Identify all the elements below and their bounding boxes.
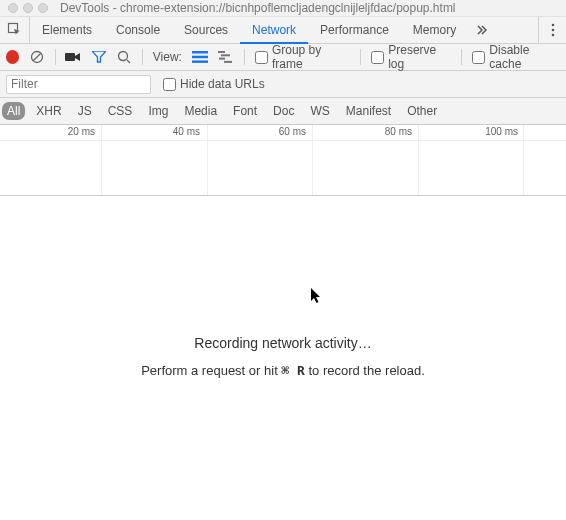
hide-data-urls-checkbox[interactable]: Hide data URLs <box>163 77 265 91</box>
type-filter-row: All XHR JS CSS Img Media Font Doc WS Man… <box>0 98 566 125</box>
waterfall-icon <box>218 51 234 63</box>
clear-icon <box>30 50 44 64</box>
kebab-icon <box>551 23 555 37</box>
timeline-overview[interactable]: 20 ms 40 ms 60 ms 80 ms 100 ms <box>0 125 566 196</box>
traffic-lights <box>0 3 48 13</box>
svg-rect-15 <box>224 61 232 63</box>
gridline <box>418 125 419 195</box>
tab-console[interactable]: Console <box>104 17 172 44</box>
svg-point-1 <box>551 24 554 27</box>
svg-rect-9 <box>192 51 208 54</box>
svg-point-7 <box>119 52 128 61</box>
tab-network[interactable]: Network <box>240 17 308 44</box>
network-toolbar: View: Group by frame Preserve log Disabl… <box>0 44 566 71</box>
tick-80: 80 ms <box>385 126 412 137</box>
svg-point-2 <box>551 29 554 32</box>
preserve-log-checkbox[interactable]: Preserve log <box>371 43 451 71</box>
svg-rect-14 <box>219 58 225 60</box>
disable-cache-checkbox[interactable]: Disable cache <box>472 43 560 71</box>
search-button[interactable] <box>117 49 132 65</box>
chevron-double-right-icon <box>476 24 488 36</box>
divider <box>461 49 462 65</box>
svg-rect-11 <box>192 60 208 63</box>
divider <box>244 49 245 65</box>
divider <box>360 49 361 65</box>
tick-20: 20 ms <box>68 126 95 137</box>
gridline <box>523 125 524 195</box>
inspect-element-button[interactable] <box>0 17 30 44</box>
screenshot-button[interactable] <box>65 49 81 65</box>
filter-bar: Hide data URLs <box>0 71 566 98</box>
more-tabs-button[interactable] <box>468 17 496 44</box>
record-button[interactable] <box>6 50 19 64</box>
type-doc[interactable]: Doc <box>268 102 299 120</box>
hotkey: ⌘ R <box>281 363 304 378</box>
type-xhr[interactable]: XHR <box>31 102 66 120</box>
zoom-dot[interactable] <box>38 3 48 13</box>
type-js[interactable]: JS <box>73 102 97 120</box>
disable-cache-label: Disable cache <box>489 43 560 71</box>
gridline <box>312 125 313 195</box>
group-by-frame-checkbox[interactable]: Group by frame <box>255 43 350 71</box>
search-icon <box>117 50 131 64</box>
tick-40: 40 ms <box>173 126 200 137</box>
svg-rect-6 <box>65 53 75 61</box>
hide-data-urls-label: Hide data URLs <box>180 77 265 91</box>
close-dot[interactable] <box>8 3 18 13</box>
empty-prefix: Perform a request or hit <box>141 363 281 378</box>
type-other[interactable]: Other <box>402 102 442 120</box>
svg-rect-12 <box>218 51 225 53</box>
svg-point-3 <box>551 34 554 37</box>
tab-sources[interactable]: Sources <box>172 17 240 44</box>
type-manifest[interactable]: Manifest <box>341 102 396 120</box>
overview-toggle-button[interactable] <box>218 49 234 65</box>
panel-tabs: Elements Console Sources Network Perform… <box>0 17 566 44</box>
large-rows-button[interactable] <box>192 49 208 65</box>
svg-line-5 <box>33 53 41 61</box>
type-all[interactable]: All <box>2 102 25 120</box>
camera-icon <box>65 51 81 63</box>
tab-performance[interactable]: Performance <box>308 17 401 44</box>
type-css[interactable]: CSS <box>103 102 138 120</box>
svg-rect-10 <box>192 56 208 59</box>
request-list-empty: Recording network activity… Perform a re… <box>0 196 566 516</box>
timeline-ruler: 20 ms 40 ms 60 ms 80 ms 100 ms <box>0 125 566 141</box>
window-titlebar: DevTools - chrome-extension://bicnhpofle… <box>0 0 566 17</box>
empty-state-title: Recording network activity… <box>194 335 371 351</box>
minimize-dot[interactable] <box>23 3 33 13</box>
tab-memory[interactable]: Memory <box>401 17 468 44</box>
mouse-cursor-icon <box>311 288 323 304</box>
window-title: DevTools - chrome-extension://bicnhpofle… <box>60 1 456 15</box>
gridline <box>207 125 208 195</box>
type-ws[interactable]: WS <box>305 102 334 120</box>
filter-icon <box>92 51 106 63</box>
group-by-frame-label: Group by frame <box>272 43 350 71</box>
preserve-log-label: Preserve log <box>388 43 451 71</box>
svg-rect-13 <box>221 54 230 56</box>
filter-toggle-button[interactable] <box>91 49 106 65</box>
tick-100: 100 ms <box>485 126 518 137</box>
type-img[interactable]: Img <box>143 102 173 120</box>
tick-60: 60 ms <box>279 126 306 137</box>
view-label: View: <box>153 50 182 64</box>
svg-line-8 <box>127 60 130 63</box>
devtools-menu-button[interactable] <box>538 17 566 44</box>
type-font[interactable]: Font <box>228 102 262 120</box>
inspect-icon <box>7 22 23 38</box>
gridline <box>101 125 102 195</box>
filter-input[interactable] <box>6 75 151 94</box>
list-icon <box>192 51 208 63</box>
tab-elements[interactable]: Elements <box>30 17 104 44</box>
clear-button[interactable] <box>29 49 44 65</box>
empty-state-subtitle: Perform a request or hit ⌘ R to record t… <box>141 363 425 378</box>
divider <box>55 49 56 65</box>
empty-suffix: to record the reload. <box>305 363 425 378</box>
type-media[interactable]: Media <box>179 102 222 120</box>
divider <box>142 49 143 65</box>
